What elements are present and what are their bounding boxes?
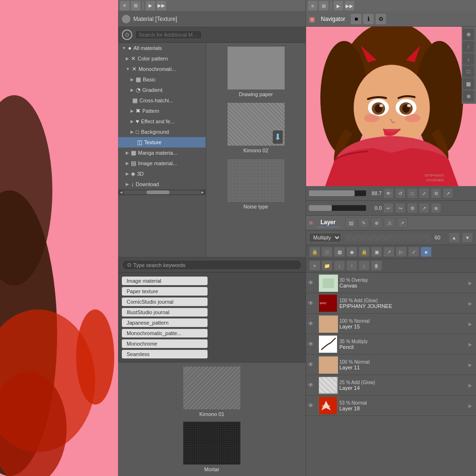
material-search-input[interactable] <box>135 30 202 39</box>
tree-item-manga[interactable]: ▶ ▦ Manga materia... <box>118 148 206 158</box>
tree-item-3d[interactable]: ▶ ◈ 3D <box>118 169 206 179</box>
scroll-track[interactable] <box>123 190 200 194</box>
toolbar-icon-4[interactable]: ▶▶ <box>157 1 166 10</box>
nav-icon-1[interactable]: ■ <box>351 14 361 24</box>
toolbar-icon-2[interactable]: ⊞ <box>131 1 140 10</box>
texture-item-kimono01[interactable]: Kimono 01 <box>183 367 240 417</box>
texture-item-kimono02[interactable]: ⬇ Kimono 02 <box>228 103 285 153</box>
lt-btn8[interactable]: ▷ <box>396 247 407 257</box>
layer-eye-l15[interactable]: 👁 <box>308 320 317 327</box>
tree-item-basic[interactable]: ▶ ▦ Basic <box>118 74 206 85</box>
tool-btn-gear2[interactable]: ⚙ <box>407 203 417 213</box>
layer-expand-epiphany[interactable]: ▶ <box>468 301 474 306</box>
layer-icon-3[interactable]: ⊕ <box>371 218 382 228</box>
tool-btn-square[interactable]: □ <box>407 188 417 198</box>
layer-row-l11[interactable]: 👁 100 % Normal Layer 11 ▶ <box>306 355 476 375</box>
layer-eye-l18[interactable]: 👁 <box>308 402 317 409</box>
tree-item-all-materials[interactable]: ▼ ● All materials <box>118 43 206 53</box>
texture-item-mortar[interactable]: Mortar <box>183 422 240 472</box>
layer-row-l18[interactable]: 👁 53 % Normal Layer 18 ▶ <box>306 396 476 416</box>
layer-eye-epiphany[interactable]: 👁 <box>308 300 317 307</box>
texture-item-drawing-paper[interactable]: Drawing paper <box>228 47 285 97</box>
nav-icon-3[interactable]: ⚙ <box>376 14 386 24</box>
la-merge-down[interactable]: ↓ <box>334 260 345 271</box>
scroll-thumb[interactable] <box>147 190 170 194</box>
tree-item-crosshatch[interactable]: ▦ Cross-hatchi... <box>118 95 206 106</box>
layer-row-l15[interactable]: 👁 100 % Normal Layer 15 ▶ <box>306 314 476 334</box>
ri-icon-6[interactable]: ⊗ <box>463 90 474 102</box>
layer-eye-pencil[interactable]: 👁 <box>308 341 317 347</box>
right-tb-icon-2[interactable]: ⊞ <box>319 1 328 10</box>
scroll-right-btn[interactable]: ► <box>200 190 205 195</box>
toolbar-icon-1[interactable]: ≡ <box>120 1 129 10</box>
ri-icon-5[interactable]: ▦ <box>463 78 474 89</box>
tool-btn-rotate[interactable]: ↺ <box>395 188 406 198</box>
layer-eye-l14[interactable]: 👁 <box>308 382 317 388</box>
layer-row-l14[interactable]: 👁 25 % Add (Glow) Layer 14 ▶ <box>306 375 476 396</box>
la-new-layer[interactable]: + <box>309 260 320 271</box>
brush-size-slider[interactable] <box>309 190 366 196</box>
chip-seamless[interactable]: Seamless <box>122 350 208 358</box>
layer-icon-1[interactable]: ▤ <box>345 218 357 228</box>
chip-monochrome[interactable]: Monochrome <box>122 339 208 348</box>
nav-icon-2[interactable]: ℹ <box>363 14 374 24</box>
tree-item-background[interactable]: ▶ □ Background <box>118 127 206 137</box>
layer-eye-l11[interactable]: 👁 <box>308 361 317 368</box>
right-tb-icon-3[interactable]: ▶ <box>334 1 343 10</box>
layer-icon-4[interactable]: ⚠ <box>384 218 395 228</box>
tool-btn-undo[interactable]: ↩ <box>383 203 394 213</box>
right-tb-icon-4[interactable]: ▶▶ <box>345 1 354 10</box>
rotation-slider[interactable] <box>309 205 366 211</box>
tool-btn-redo[interactable]: ↪ <box>395 203 406 213</box>
lt-lock2-btn[interactable]: 🔒 <box>358 247 370 257</box>
lt-color-btn[interactable]: ◉ <box>346 247 357 257</box>
opacity-slider[interactable] <box>345 234 431 241</box>
layer-row-pencil[interactable]: 👁 35 % Multiply Pencil ▶ <box>306 334 476 355</box>
tool-btn-fullscreen[interactable]: ⤢ <box>419 188 429 198</box>
la-new-folder[interactable]: 📁 <box>321 260 333 271</box>
la-move-up[interactable]: ↑ <box>346 260 357 271</box>
layer-tab[interactable]: Layer <box>317 218 339 228</box>
right-tb-icon-1[interactable]: ≡ <box>308 1 317 10</box>
layer-icon-2[interactable]: ✎ <box>358 218 369 228</box>
tool-btn-arrow2[interactable]: ↗ <box>419 203 429 213</box>
download-cloud-btn[interactable]: ⬇ <box>273 130 283 144</box>
tree-item-pattern[interactable]: ▶ ✖ Pattern <box>118 106 206 116</box>
chip-mono-patte[interactable]: Monochromatic_patte... <box>122 329 208 337</box>
layer-expand-l15[interactable]: ▶ <box>468 321 474 327</box>
lt-btn-active[interactable]: ■ <box>420 247 432 257</box>
lt-btn9[interactable]: ⤢ <box>408 247 419 257</box>
ri-icon-3[interactable]: ↓ <box>463 53 474 65</box>
tool-btn-zoom-icon[interactable]: ⊕ <box>431 203 441 213</box>
scroll-left-btn[interactable]: ◄ <box>119 190 123 195</box>
layer-expand-l18[interactable]: ▶ <box>468 403 474 408</box>
opacity-up-btn[interactable]: ▲ <box>448 232 460 243</box>
layer-expand-l14[interactable]: ▶ <box>468 383 474 388</box>
lt-mask-btn[interactable]: ▣ <box>371 247 382 257</box>
chip-paper-texture[interactable]: Paper texture <box>122 287 208 296</box>
opacity-down-btn[interactable]: ▼ <box>462 232 473 243</box>
layer-row-epiphany[interactable]: 👁 EPIC 100 % Add (Glow) EPIPHANY JOURNEE… <box>306 293 476 314</box>
tree-item-download[interactable]: ▶ ↓ Download <box>118 179 206 189</box>
tree-scrollbar-h[interactable]: ◄ ► <box>118 189 206 195</box>
chip-illuststudio[interactable]: IllustStudio journal <box>122 308 208 317</box>
lt-fill-btn[interactable]: ▦ <box>334 247 345 257</box>
tool-btn-eye[interactable]: 👁 <box>383 188 394 198</box>
layer-icon-5[interactable]: ↗ <box>397 218 408 228</box>
layer-expand-pencil[interactable]: ▶ <box>468 342 474 347</box>
chip-japanese[interactable]: Japanese_pattern <box>122 318 208 327</box>
texture-item-noise[interactable]: Noise type <box>228 159 285 209</box>
layer-expand-l11[interactable]: ▶ <box>468 362 474 367</box>
lt-clip-btn[interactable]: □ <box>321 247 333 257</box>
lt-arrow3-btn[interactable]: ↗ <box>383 247 395 257</box>
ri-icon-4[interactable]: □ <box>463 66 474 77</box>
navigator-tab[interactable]: Navigator <box>317 14 349 24</box>
tree-item-gradient[interactable]: ▶ ◔ Gradient <box>118 85 206 95</box>
chip-image-material[interactable]: Image material <box>122 277 208 285</box>
tree-item-image-material[interactable]: ▶ ▤ Image material... <box>118 158 206 169</box>
blend-mode-select[interactable]: Multiply <box>309 233 341 242</box>
tool-btn-settings[interactable]: ⚙ <box>431 188 441 198</box>
ri-icon-1[interactable]: ⊕ <box>463 29 474 40</box>
ri-icon-2[interactable]: ↑ <box>463 41 474 52</box>
chip-comicstudio[interactable]: ComicStudio journal <box>122 298 208 306</box>
